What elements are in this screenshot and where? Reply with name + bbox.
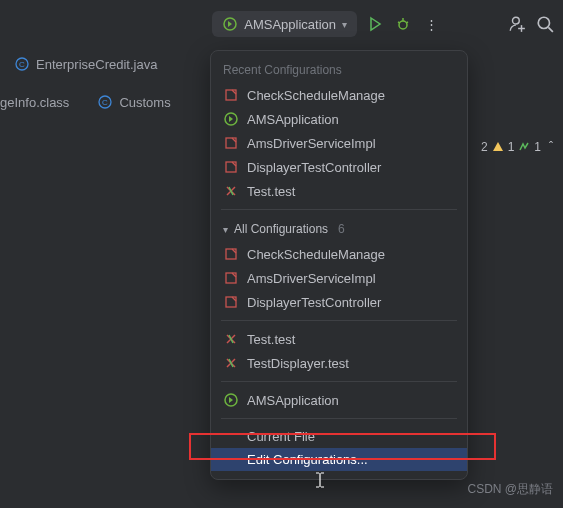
junit-icon bbox=[223, 331, 239, 347]
svg-line-9 bbox=[548, 27, 553, 32]
svg-text:C: C bbox=[102, 98, 108, 107]
typo-icon bbox=[518, 141, 530, 153]
watermark: CSDN @思静语 bbox=[467, 481, 553, 498]
search-icon[interactable] bbox=[535, 14, 555, 34]
warning-icon bbox=[492, 141, 504, 153]
config-label: AmsDriverServiceImpl bbox=[247, 136, 376, 151]
config-test-test-all[interactable]: Test.test bbox=[211, 327, 467, 351]
config-label: AMSApplication bbox=[247, 112, 339, 127]
svg-rect-16 bbox=[226, 138, 236, 148]
config-amsdriverserviceimpl[interactable]: AmsDriverServiceImpl bbox=[211, 131, 467, 155]
all-config-count: 6 bbox=[338, 222, 345, 236]
config-amsdriverserviceimpl-all[interactable]: AmsDriverServiceImpl bbox=[211, 266, 467, 290]
chevron-down-icon: ▾ bbox=[342, 19, 347, 30]
spring-run-icon bbox=[222, 16, 238, 32]
config-label: CheckScheduleManage bbox=[247, 247, 385, 262]
config-label: DisplayerTestController bbox=[247, 160, 381, 175]
text-cursor-icon bbox=[314, 472, 326, 488]
edit-config-label: Edit Configurations... bbox=[247, 452, 368, 467]
add-user-icon[interactable] bbox=[507, 14, 527, 34]
config-label: Test.test bbox=[247, 184, 295, 199]
spring-run-icon bbox=[223, 111, 239, 127]
svg-rect-17 bbox=[226, 162, 236, 172]
spring-icon bbox=[223, 246, 239, 262]
tab-customs[interactable]: C Customs bbox=[83, 86, 184, 118]
tab-label: geInfo.class bbox=[0, 95, 69, 110]
config-label: AMSApplication bbox=[247, 393, 339, 408]
svg-rect-18 bbox=[226, 249, 236, 259]
divider bbox=[221, 381, 457, 382]
spring-run-icon bbox=[223, 392, 239, 408]
divider bbox=[221, 209, 457, 210]
spring-icon bbox=[223, 87, 239, 103]
divider bbox=[221, 320, 457, 321]
current-file-item[interactable]: Current File bbox=[211, 425, 467, 448]
junit-icon bbox=[223, 183, 239, 199]
run-config-dropdown: Recent Configurations CheckScheduleManag… bbox=[210, 50, 468, 480]
junit-icon bbox=[223, 355, 239, 371]
inspection-status: 2 1 1 ˆ bbox=[481, 140, 553, 154]
chevron-down-icon: ▾ bbox=[223, 224, 228, 235]
config-label: AmsDriverServiceImpl bbox=[247, 271, 376, 286]
run-button[interactable] bbox=[365, 14, 385, 34]
config-checkschedulemanage[interactable]: CheckScheduleManage bbox=[211, 83, 467, 107]
config-label: Test.test bbox=[247, 332, 295, 347]
svg-point-8 bbox=[538, 17, 549, 28]
typo-count: 1 bbox=[534, 140, 541, 154]
all-config-header[interactable]: ▾All Configurations6 bbox=[211, 216, 467, 242]
tab-geinfo[interactable]: geInfo.class bbox=[0, 86, 83, 118]
java-class-icon: C bbox=[14, 56, 30, 72]
svg-text:C: C bbox=[19, 60, 25, 69]
spring-icon bbox=[223, 159, 239, 175]
svg-rect-20 bbox=[226, 297, 236, 307]
tab-label: EnterpriseCredit.java bbox=[36, 57, 157, 72]
more-actions-icon[interactable]: ⋮ bbox=[421, 14, 441, 34]
warning-count: 1 bbox=[508, 140, 515, 154]
spring-icon bbox=[223, 270, 239, 286]
current-file-label: Current File bbox=[247, 429, 315, 444]
svg-rect-14 bbox=[226, 90, 236, 100]
config-amsapplication[interactable]: AMSApplication bbox=[211, 107, 467, 131]
tab-label: Customs bbox=[119, 95, 170, 110]
svg-rect-19 bbox=[226, 273, 236, 283]
svg-point-1 bbox=[399, 21, 407, 29]
config-displayertestcontroller-all[interactable]: DisplayerTestController bbox=[211, 290, 467, 314]
edit-configurations-item[interactable]: Edit Configurations... bbox=[211, 448, 467, 471]
debug-button[interactable] bbox=[393, 14, 413, 34]
svg-line-4 bbox=[406, 22, 408, 23]
main-toolbar: AMSApplication ▾ ⋮ bbox=[0, 0, 563, 48]
tab-enterprise-credit[interactable]: C EnterpriseCredit.java bbox=[0, 48, 171, 80]
config-test-test[interactable]: Test.test bbox=[211, 179, 467, 203]
config-label: TestDisplayer.test bbox=[247, 356, 349, 371]
run-config-label: AMSApplication bbox=[244, 17, 336, 32]
config-amsapplication-all[interactable]: AMSApplication bbox=[211, 388, 467, 412]
java-class-icon: C bbox=[97, 94, 113, 110]
run-config-selector[interactable]: AMSApplication ▾ bbox=[212, 11, 357, 37]
divider bbox=[221, 418, 457, 419]
svg-point-5 bbox=[513, 17, 520, 24]
chevron-up-icon[interactable]: ˆ bbox=[549, 140, 553, 154]
spring-icon bbox=[223, 294, 239, 310]
config-label: DisplayerTestController bbox=[247, 295, 381, 310]
config-label: CheckScheduleManage bbox=[247, 88, 385, 103]
spring-icon bbox=[223, 135, 239, 151]
config-displayertestcontroller[interactable]: DisplayerTestController bbox=[211, 155, 467, 179]
recent-header: Recent Configurations bbox=[211, 59, 467, 83]
svg-line-3 bbox=[398, 22, 400, 23]
error-count: 2 bbox=[481, 140, 488, 154]
config-testdisplayer-test[interactable]: TestDisplayer.test bbox=[211, 351, 467, 375]
config-checkschedulemanage-all[interactable]: CheckScheduleManage bbox=[211, 242, 467, 266]
